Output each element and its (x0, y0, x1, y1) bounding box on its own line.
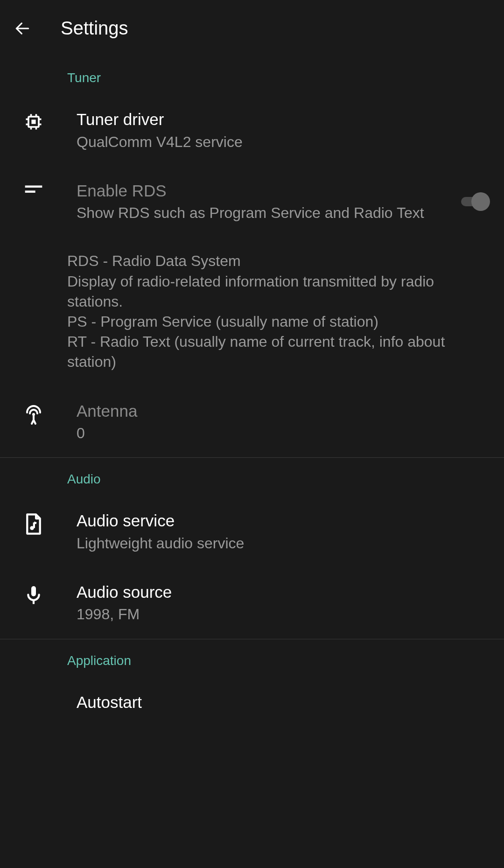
page-title: Settings (61, 18, 128, 39)
svg-line-19 (34, 523, 36, 524)
setting-autostart[interactable]: Autostart (0, 678, 504, 713)
audio-source-subtitle: 1998, FM (77, 604, 485, 624)
enable-rds-toggle[interactable] (461, 192, 490, 211)
enable-rds-title: Enable RDS (77, 180, 442, 202)
audio-service-title: Audio service (77, 510, 485, 532)
setting-audio-source[interactable]: Audio source 1998, FM (0, 567, 504, 639)
microphone-icon (0, 581, 67, 607)
back-arrow-icon (14, 20, 31, 37)
audio-service-subtitle: Lightweight audio service (77, 533, 485, 553)
section-header-tuner: Tuner (0, 56, 504, 95)
toggle-thumb (471, 192, 490, 211)
header: Settings (0, 0, 504, 56)
antenna-title: Antenna (77, 400, 485, 422)
audio-file-icon (0, 510, 67, 535)
autostart-title: Autostart (77, 692, 485, 713)
rds-info-block: RDS - Radio Data System Display of radio… (0, 237, 504, 386)
tuner-driver-title: Tuner driver (77, 109, 485, 130)
setting-tuner-driver[interactable]: Tuner driver QualComm V4L2 service (0, 95, 504, 166)
svg-rect-2 (31, 119, 35, 124)
empty-icon (0, 692, 67, 694)
tuner-driver-subtitle: QualComm V4L2 service (77, 132, 485, 152)
audio-source-title: Audio source (77, 581, 485, 603)
svg-line-16 (34, 420, 35, 424)
cpu-icon (0, 109, 67, 132)
sort-icon (0, 180, 67, 197)
svg-rect-20 (31, 586, 36, 596)
rds-info-line3: PS - Program Service (usually name of st… (67, 312, 490, 332)
rds-info-line1: RDS - Radio Data System (67, 251, 490, 271)
setting-audio-service[interactable]: Audio service Lightweight audio service (0, 496, 504, 567)
back-button[interactable] (13, 19, 32, 38)
section-header-audio: Audio (0, 458, 504, 496)
setting-enable-rds[interactable]: Enable RDS Show RDS such as Program Serv… (0, 166, 504, 238)
antenna-icon (0, 400, 67, 426)
setting-antenna[interactable]: Antenna 0 (0, 386, 504, 458)
section-header-application: Application (0, 639, 504, 678)
rds-info-line2: Display of radio-related information tra… (67, 272, 490, 312)
antenna-subtitle: 0 (77, 423, 485, 443)
enable-rds-subtitle: Show RDS such as Program Service and Rad… (77, 203, 442, 223)
rds-info-line4: RT - Radio Text (usually name of current… (67, 332, 490, 372)
